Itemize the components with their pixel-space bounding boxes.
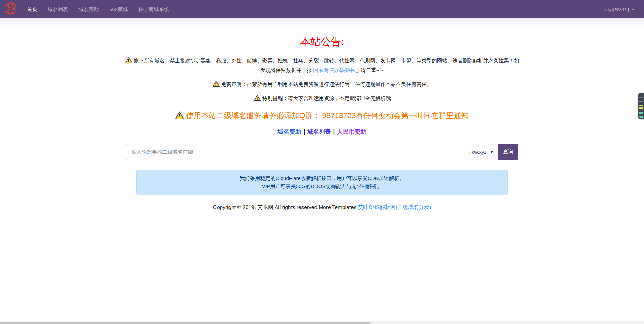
side-panel-handle[interactable] (638, 93, 644, 119)
user-label: aika[SVIP ] (604, 7, 629, 12)
notice-disclaimer: ! 免责声明：严禁所有用户利用本站免费资源进行违法行为，任何违规操作本站不负任何… (123, 79, 521, 89)
nav-item-domain-sponsor[interactable]: 域名赞助 (73, 3, 104, 15)
notice-reminder: ! 特别提醒：请大家合理运用资源，不定期清理空壳解析哦 (123, 94, 521, 103)
side-panel-stripes-teal (639, 111, 643, 118)
side-panel-stripes-yellow (639, 105, 643, 111)
info-line-vip: VIP用户可享受50G的DDOS防御能力与无限制解析。 (144, 182, 500, 190)
separator: | (304, 128, 305, 135)
copyright-text: Copyright © 2019. 艾咔网 All rights reserve… (213, 204, 358, 210)
page-title: 本站公告: (0, 35, 644, 49)
notice-disclaimer-text: 免责声明：严禁所有用户利用本站免费资源进行违法行为，任何违规操作本站不负任何责任… (221, 81, 432, 87)
query-button[interactable]: 查询 (498, 144, 518, 160)
domain-suffix-select[interactable]: .ikw.xyz (464, 144, 498, 160)
footer-site-link[interactable]: 艾咔DNS解析网(二级域名分发) (358, 204, 431, 210)
notice-domains-rule: ! 旗下所有域名：禁止搭建绑定黑客、私服、外挂、赌博、彩票、挂机、挂马、分裂、跳… (123, 56, 521, 75)
warning-icon: ! (125, 57, 133, 63)
quick-link-rmb-sponsor[interactable]: 人民币赞助 (337, 128, 366, 135)
domain-search-group: .ikw.xyz 查询 (126, 144, 518, 160)
notice-domains-rule-tail: 请自重~.~ (359, 67, 384, 73)
nav-menu: 首页 域名列表 域名赞助 662商城 柚子商城系统 (22, 3, 174, 15)
nav-item-domain-list[interactable]: 域名列表 (42, 3, 73, 15)
brand-logo[interactable]: DNS (4, 2, 17, 16)
notice-reminder-text: 特别提醒：请大家合理运用资源，不定期清理空壳解析哦 (262, 95, 391, 101)
horizontal-scrollbar[interactable] (0, 321, 644, 324)
domain-suffix-value: .ikw.xyz (469, 149, 487, 155)
quick-link-domain-sponsor[interactable]: 域名赞助 (278, 128, 301, 135)
domain-prefix-input[interactable] (126, 144, 464, 160)
footer: Copyright © 2019. 艾咔网 All rights reserve… (0, 204, 644, 211)
info-line-cdn: 我们采用稳定的CloudFlare收费解析接口，用户可以享受CDN加速解析。 (144, 174, 500, 182)
separator: | (333, 128, 335, 135)
navbar: DNS 首页 域名列表 域名赞助 662商城 柚子商城系统 aika[SVIP … (0, 0, 644, 18)
user-dropdown[interactable]: aika[SVIP ] (604, 7, 635, 12)
top-fade-divider (0, 18, 644, 26)
horizontal-scrollbar-thumb[interactable] (0, 322, 370, 324)
qq-group-notice: ! 使用本站二级域名服务请务必添加Q群： 98713723有任何变动会第一时间在… (116, 111, 528, 121)
warning-icon: ! (175, 111, 184, 119)
main-content: 本站公告: ! 旗下所有域名：禁止搭建绑定黑客、私服、外挂、赌博、彩票、挂机、挂… (0, 35, 644, 211)
select-arrow-icon (490, 151, 493, 153)
chevron-down-icon (632, 9, 635, 10)
warning-icon: ! (253, 95, 261, 101)
nav-item-home[interactable]: 首页 (22, 3, 42, 15)
nav-item-662-shop[interactable]: 662商城 (104, 3, 133, 15)
side-panel-stripes-dark (639, 95, 643, 105)
quick-links: 域名赞助|域名列表|人民币赞助 (0, 128, 644, 136)
warning-icon: ! (212, 80, 220, 87)
report-center-link[interactable]: 国家网信办举报中心 (313, 67, 359, 73)
svg-text:DNS: DNS (6, 6, 15, 11)
nav-item-youzi-shop-system[interactable]: 柚子商城系统 (133, 3, 174, 15)
cloudflare-info-box: 我们采用稳定的CloudFlare收费解析接口，用户可以享受CDN加速解析。 V… (136, 170, 508, 195)
quick-link-domain-list[interactable]: 域名列表 (308, 128, 331, 135)
dns-globe-icon: DNS (4, 2, 17, 16)
qq-group-notice-text: 使用本站二级域名服务请务必添加Q群： 98713723有任何变动会第一时间在群里… (186, 111, 469, 120)
